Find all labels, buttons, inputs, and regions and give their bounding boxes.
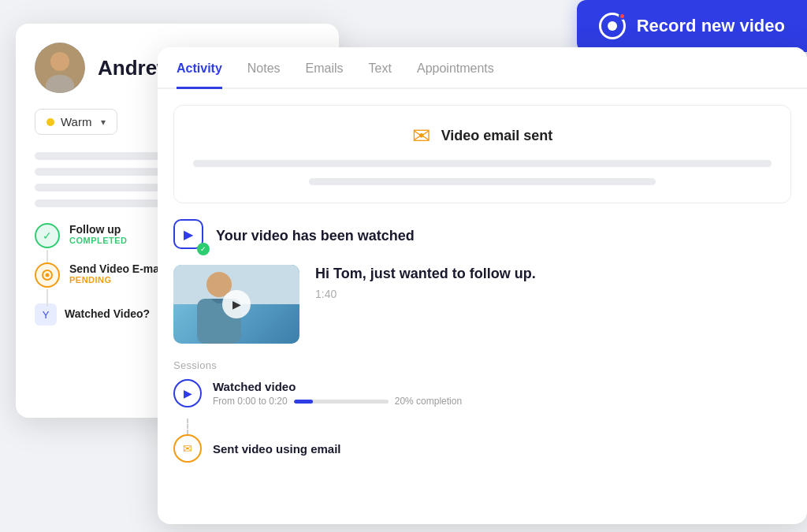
record-inner: [608, 21, 617, 31]
warm-label: Warm: [61, 115, 91, 128]
play-button-icon[interactable]: ▶: [222, 290, 251, 318]
sessions-label: Sessions: [173, 359, 791, 371]
tab-text[interactable]: Text: [369, 47, 392, 89]
record-new-video-button[interactable]: Record new video: [577, 0, 807, 52]
session-sent-email: ✉ Sent video using email: [158, 434, 807, 463]
video-info: Hi Tom, just wanted to follow up. 1:40: [315, 265, 791, 300]
video-email-card: ✉ Video email sent: [173, 105, 791, 203]
skeleton-line: [193, 160, 772, 167]
play-overlay[interactable]: ▶: [173, 265, 299, 344]
step-icon-blue: Y: [35, 303, 57, 326]
session-watched-title: Watched video: [213, 380, 791, 393]
watched-header: ▶ ✓ Your video has been watched: [173, 219, 791, 252]
session-connector-line: [187, 419, 188, 434]
tab-appointments[interactable]: Appointments: [417, 47, 494, 89]
step-send-video-status: PENDING: [69, 275, 165, 285]
tab-notes[interactable]: Notes: [247, 47, 281, 89]
step-icon-orange: [35, 262, 60, 288]
tab-activity[interactable]: Activity: [177, 47, 222, 89]
play-check-icon: ▶ ✓: [173, 219, 206, 252]
record-icon: [599, 13, 626, 39]
avatar: [35, 43, 85, 93]
video-headline: Hi Tom, just wanted to follow up.: [315, 265, 791, 283]
record-button-label: Record new video: [637, 16, 785, 36]
check-badge-icon: ✓: [197, 243, 210, 255]
svg-point-5: [46, 273, 50, 277]
mail-icon: ✉: [412, 123, 430, 149]
mail-session-icon: ✉: [173, 434, 202, 463]
svg-point-1: [50, 52, 69, 71]
step-follow-up-label: Follow up: [69, 223, 128, 236]
step-send-video-label: Send Video E-mail: [69, 262, 165, 275]
session-sent-title: Sent video using email: [213, 442, 791, 456]
video-thumbnail[interactable]: ▶: [173, 265, 299, 344]
play-session-icon: ▶: [173, 379, 202, 407]
watched-title: Your video has been watched: [216, 228, 415, 244]
step-icon-green: ✓: [35, 223, 60, 248]
video-duration: 1:40: [315, 288, 791, 300]
session-watched-video: ▶ Watched video From 0:00 to 0:20 20% co…: [158, 379, 807, 407]
warm-dot-icon: [46, 118, 54, 126]
watched-question-label: Watched Video?: [65, 307, 150, 320]
progress-fill: [294, 400, 313, 404]
step-follow-up-status: COMPLETED: [69, 236, 128, 245]
completion-label: 20% completion: [395, 396, 462, 407]
video-email-title: Video email sent: [441, 128, 553, 144]
watched-section: ▶ ✓ Your video has been watched ▶ Hi Tom…: [173, 219, 791, 344]
chevron-down-icon: ▾: [101, 117, 106, 128]
skeleton-line: [309, 178, 656, 185]
progress-track: [294, 400, 389, 404]
video-preview-row: ▶ Hi Tom, just wanted to follow up. 1:40: [173, 265, 791, 344]
session-watched-detail: From 0:00 to 0:20 20% completion: [213, 396, 791, 407]
session-sent-info: Sent video using email: [213, 442, 791, 456]
main-card: Activity Notes Emails Text Appointments …: [158, 47, 807, 524]
tab-emails[interactable]: Emails: [306, 47, 344, 89]
step-send-video-info: Send Video E-mail PENDING: [69, 262, 165, 285]
session-time-range: From 0:00 to 0:20: [213, 396, 288, 407]
tabs-bar: Activity Notes Emails Text Appointments: [158, 47, 807, 89]
warm-dropdown[interactable]: Warm ▾: [35, 109, 117, 135]
video-email-row: ✉ Video email sent: [412, 123, 553, 149]
step-follow-up-info: Follow up COMPLETED: [69, 223, 128, 245]
record-dot: [619, 13, 626, 20]
session-watched-info: Watched video From 0:00 to 0:20 20% comp…: [213, 380, 791, 407]
